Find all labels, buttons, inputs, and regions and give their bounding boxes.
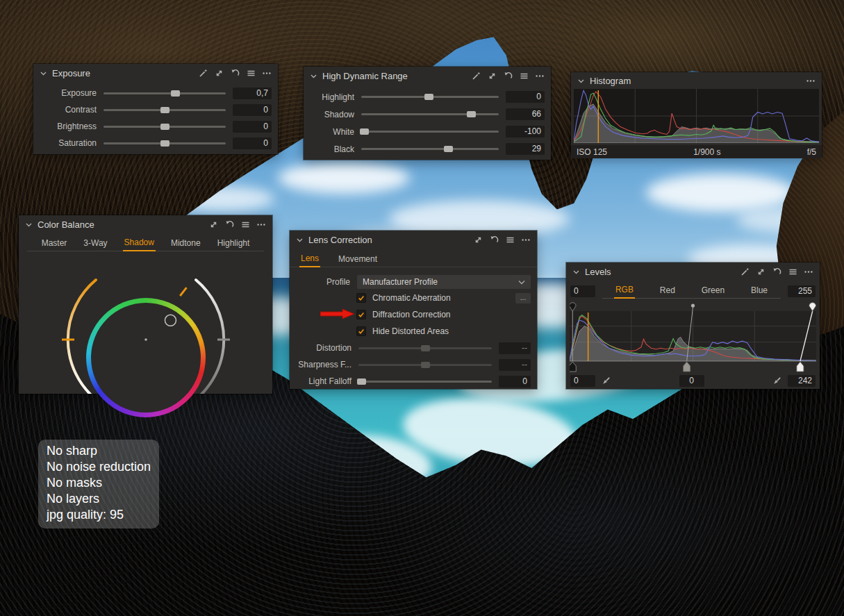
highlight-output-handle[interactable] [797,362,804,372]
highlight-picker-icon[interactable] [772,376,782,386]
collapse-chevron-icon[interactable] [577,77,585,85]
slider-track[interactable] [104,142,226,144]
slider-handle[interactable] [444,146,453,152]
slider-handle[interactable] [424,94,433,100]
checkbox-row-chromatic-aberration: Chromatic Aberration... [356,290,537,306]
slider-track[interactable] [104,92,226,94]
slider-value[interactable]: -- [499,359,531,371]
more-icon[interactable] [262,68,272,78]
tab-shadow[interactable]: Shadow [123,235,156,251]
reset-icon[interactable] [503,71,513,81]
slider-track[interactable] [104,126,226,128]
output-white-field[interactable]: 242 [788,375,816,387]
collapse-chevron-icon[interactable] [310,72,317,80]
collapse-chevron-icon[interactable] [40,69,47,77]
profile-row: Profile Manufacturer Profile [296,274,531,290]
gamma-field[interactable]: 0 [679,375,704,387]
expand-icon[interactable] [208,219,218,229]
preset-menu-icon[interactable] [246,68,256,78]
slider-value[interactable]: -- [499,342,531,354]
shadow-output-handle[interactable] [570,362,576,372]
reset-icon[interactable] [772,267,781,276]
tab-green[interactable]: Green [700,283,726,298]
auto-adjust-icon[interactable] [471,71,481,81]
more-icon[interactable] [256,219,266,229]
expand-icon[interactable] [487,71,497,81]
tab-3-way[interactable]: 3-Way [82,236,108,251]
midtone-handle[interactable] [684,362,690,372]
preset-menu-icon[interactable] [240,219,250,229]
midtone-top-dot[interactable] [691,303,695,307]
collapse-chevron-icon[interactable] [25,221,33,228]
highlight-input-handle[interactable] [809,303,816,311]
slider-track[interactable] [361,148,499,150]
slider-track[interactable] [104,109,226,111]
levels-histogram[interactable] [570,300,816,372]
slider-handle[interactable] [421,345,430,351]
slider-handle[interactable] [171,90,180,97]
slider-handle[interactable] [357,378,366,385]
tab-midtone[interactable]: Midtone [169,236,202,251]
more-icon[interactable] [806,76,816,85]
collapse-chevron-icon[interactable] [572,268,580,276]
auto-adjust-icon[interactable] [198,68,208,78]
checkbox[interactable] [356,293,366,303]
slider-value[interactable]: 29 [506,143,545,155]
expand-icon[interactable] [756,267,766,276]
slider-value[interactable]: -100 [506,126,545,138]
checkbox[interactable] [356,310,366,319]
slider-handle[interactable] [160,124,169,130]
slider-track[interactable] [361,96,499,98]
slider-handle[interactable] [160,107,169,113]
slider-value[interactable]: 0 [499,376,531,388]
slider-label: Highlight [310,92,354,102]
tab-movement[interactable]: Movement [337,252,379,267]
slider-track[interactable] [358,347,492,349]
expand-icon[interactable] [473,235,483,244]
slider-value[interactable]: 0 [233,138,272,149]
hue-ring[interactable] [86,298,206,417]
slider-value[interactable]: 0 [233,104,272,116]
collapse-chevron-icon[interactable] [296,236,304,244]
preset-menu-icon[interactable] [788,267,797,276]
reset-icon[interactable] [224,219,234,229]
reset-icon[interactable] [489,235,499,244]
more-icon[interactable] [535,71,545,81]
slider-track[interactable] [358,364,492,366]
reset-icon[interactable] [230,68,240,78]
output-black-field[interactable]: 0 [570,375,595,387]
slider-value[interactable]: 0 [233,121,272,133]
tab-master[interactable]: Master [40,236,69,251]
checkbox[interactable] [356,326,366,336]
slider-track[interactable] [361,131,499,133]
shadow-input-handle[interactable] [570,303,576,311]
tab-lens[interactable]: Lens [299,251,320,267]
slider-track[interactable] [358,381,492,383]
slider-handle[interactable] [160,140,169,147]
tab-red[interactable]: Red [659,283,677,298]
slider-handle[interactable] [467,111,476,117]
slider-value[interactable]: 0,7 [233,88,272,99]
slider-value[interactable]: 66 [506,108,545,120]
more-icon[interactable] [521,235,531,244]
tab-rgb[interactable]: RGB [614,283,635,299]
preset-menu-icon[interactable] [505,235,515,244]
auto-adjust-icon[interactable] [740,267,750,276]
slider-track[interactable] [361,113,499,115]
slider-value[interactable]: 0 [506,91,545,103]
slider-handle[interactable] [421,362,430,368]
checkbox-row-hide-distorted-areas: Hide Distorted Areas [356,323,537,340]
more-icon[interactable] [804,267,813,276]
tab-highlight[interactable]: Highlight [216,236,251,251]
levels-bottom-row: 0 0 242 [570,375,816,387]
input-black-field[interactable]: 0 [570,285,595,297]
more-options-button[interactable]: ... [515,293,531,303]
preset-menu-icon[interactable] [519,71,529,81]
input-white-field[interactable]: 255 [788,285,816,297]
profile-dropdown[interactable]: Manufacturer Profile [357,275,531,289]
slider-handle[interactable] [360,128,369,135]
expand-icon[interactable] [214,68,224,78]
panel-header: Exposure [33,64,278,82]
shadow-picker-icon[interactable] [601,376,611,386]
tab-blue[interactable]: Blue [750,283,769,298]
